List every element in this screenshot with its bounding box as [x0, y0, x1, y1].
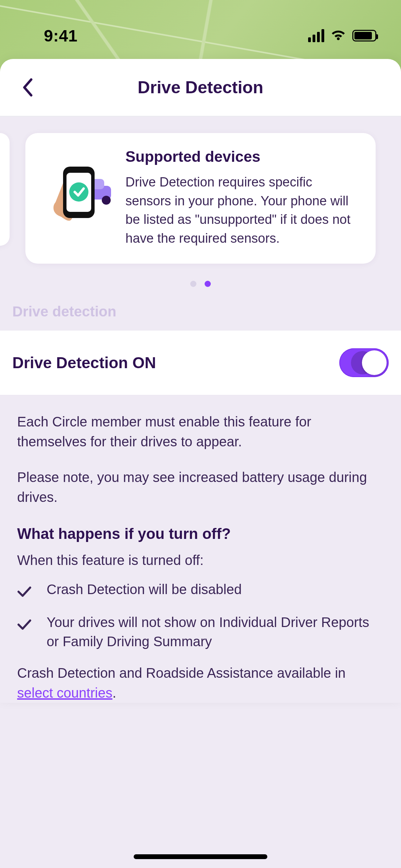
wifi-icon — [330, 30, 346, 41]
list-item: Your drives will not show on Individual … — [17, 613, 384, 652]
availability-text-end: . — [112, 685, 116, 700]
section-label-drive-detection: Drive detection — [0, 303, 401, 330]
status-time: 9:41 — [44, 26, 77, 45]
info-carousel[interactable]: Supported devices Drive Detection requir… — [0, 117, 401, 270]
cellular-icon — [308, 29, 324, 42]
select-countries-link[interactable]: select countries — [17, 685, 112, 700]
home-indicator[interactable] — [134, 854, 267, 859]
status-bar: 9:41 — [0, 0, 401, 51]
carousel-peek-prev[interactable] — [0, 133, 10, 246]
drive-detection-toggle[interactable] — [339, 348, 389, 377]
info-heading: What happens if you turn off? — [17, 523, 384, 545]
check-icon — [17, 580, 35, 603]
availability-text: Crash Detection and Roadside Assistance … — [17, 665, 345, 680]
check-icon — [17, 613, 35, 636]
consequences-list: Crash Detection will be disabled Your dr… — [17, 580, 384, 652]
carousel-dot-1[interactable] — [205, 281, 211, 287]
phone-car-illustration — [41, 148, 113, 228]
settings-sheet: Drive Detection — [0, 59, 401, 703]
card-title: Supported devices — [125, 148, 360, 165]
carousel-card-supported-devices: Supported devices Drive Detection requir… — [25, 133, 376, 264]
header: Drive Detection — [0, 59, 401, 117]
page-title: Drive Detection — [138, 77, 264, 97]
carousel-dot-0[interactable] — [190, 281, 196, 287]
battery-icon — [352, 30, 376, 41]
info-paragraph-1: Each Circle member must enable this feat… — [17, 412, 384, 451]
info-copy: Each Circle member must enable this feat… — [0, 395, 401, 703]
svg-point-3 — [102, 196, 111, 205]
info-subheading: When this feature is turned off: — [17, 550, 384, 570]
card-body: Drive Detection requires specific sensor… — [125, 173, 360, 248]
carousel-pagination — [0, 281, 401, 287]
list-item: Crash Detection will be disabled — [17, 580, 384, 603]
chevron-left-icon — [22, 78, 33, 97]
back-button[interactable] — [16, 76, 38, 98]
svg-point-6 — [69, 182, 88, 202]
info-paragraph-2: Please note, you may see increased batte… — [17, 467, 384, 507]
list-item-text: Your drives will not show on Individual … — [47, 613, 384, 652]
availability-note: Crash Detection and Roadside Assistance … — [17, 663, 384, 703]
drive-detection-toggle-row: Drive Detection ON — [0, 330, 401, 395]
drive-detection-toggle-label: Drive Detection ON — [12, 353, 156, 372]
list-item-text: Crash Detection will be disabled — [47, 580, 384, 599]
